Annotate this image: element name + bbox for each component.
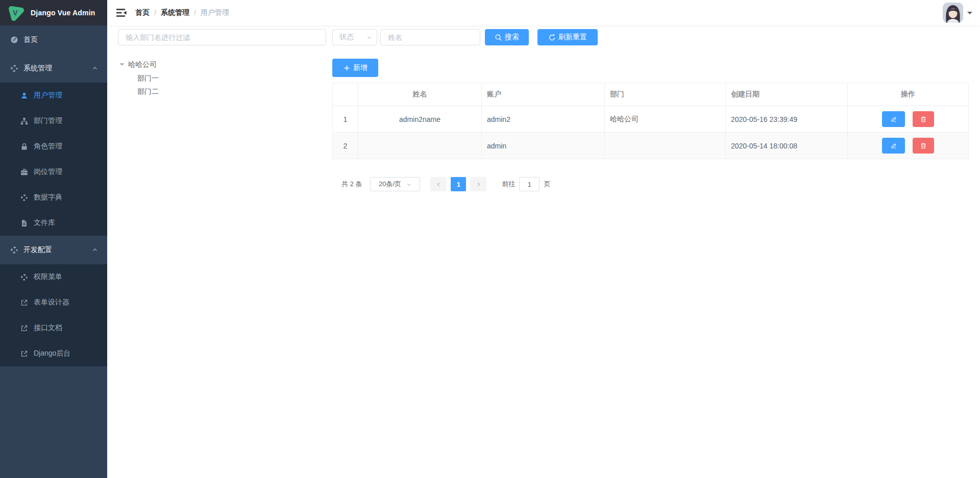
tree-node-root[interactable]: 哈哈公司 bbox=[118, 58, 326, 71]
add-button-label: 新增 bbox=[353, 63, 368, 72]
devconfig-submenu: 权限菜单 表单设计器 接口文档 bbox=[0, 264, 107, 366]
user-table: 姓名 账户 部门 创建日期 操作 1 admin2name admin2 哈哈公 bbox=[332, 83, 969, 159]
tree-node-child[interactable]: 部门一 bbox=[118, 71, 326, 85]
page-content: 哈哈公司 部门一 部门二 状态 bbox=[107, 26, 980, 478]
dept-filter-input[interactable] bbox=[118, 29, 326, 45]
column-header-index bbox=[333, 83, 358, 106]
sidebar-item-label: 角色管理 bbox=[34, 142, 62, 151]
column-header-dept: 部门 bbox=[605, 83, 726, 106]
sidebar-item-label: 首页 bbox=[23, 35, 38, 44]
external-link-icon bbox=[20, 324, 28, 332]
avatar-image bbox=[943, 3, 963, 23]
cell-dept: 哈哈公司 bbox=[605, 106, 726, 133]
sidebar-item-label: 岗位管理 bbox=[34, 167, 62, 177]
user-icon bbox=[20, 92, 28, 99]
table-row: 2 admin 2020-05-14 18:00:08 bbox=[333, 133, 969, 159]
name-filter-input[interactable] bbox=[380, 29, 480, 45]
edit-button[interactable] bbox=[882, 111, 905, 127]
breadcrumb-home[interactable]: 首页 bbox=[135, 8, 150, 17]
pagination: 共 2 条 20条/页 1 bbox=[332, 177, 969, 191]
tree-node-label: 哈哈公司 bbox=[128, 60, 157, 69]
chevron-right-icon bbox=[476, 182, 481, 187]
plus-icon bbox=[343, 64, 351, 72]
sidebar-item-files[interactable]: 文件库 bbox=[0, 210, 107, 236]
sidebar-item-users[interactable]: 用户管理 bbox=[0, 83, 107, 108]
sidebar-item-form-designer[interactable]: 表单设计器 bbox=[0, 290, 107, 315]
vue-logo-icon: V bbox=[7, 4, 24, 21]
search-icon bbox=[495, 34, 502, 41]
sidebar-item-roles[interactable]: 角色管理 bbox=[0, 134, 107, 159]
breadcrumb: 首页 / 系统管理 / 用户管理 bbox=[135, 8, 229, 17]
caret-down-icon bbox=[119, 63, 125, 68]
avatar[interactable] bbox=[943, 3, 963, 23]
sidebar-item-label: 权限菜单 bbox=[34, 272, 62, 282]
column-header-created: 创建日期 bbox=[726, 83, 848, 106]
chevron-up-icon bbox=[92, 247, 98, 253]
next-page-button[interactable] bbox=[470, 177, 486, 191]
sidebar-item-devconfig[interactable]: 开发配置 bbox=[0, 236, 107, 264]
sidebar-item-home[interactable]: 首页 bbox=[0, 26, 107, 54]
logo-bar[interactable]: V Django Vue Admin bbox=[0, 0, 107, 26]
sidebar-item-label: 接口文档 bbox=[34, 323, 62, 333]
sidebar-item-api-docs[interactable]: 接口文档 bbox=[0, 315, 107, 341]
search-button-label: 搜索 bbox=[505, 33, 519, 42]
system-icon bbox=[10, 64, 18, 72]
user-menu[interactable] bbox=[943, 3, 972, 23]
refresh-reset-button[interactable]: 刷新重置 bbox=[537, 29, 598, 45]
page-size-select[interactable]: 20条/页 bbox=[370, 177, 420, 191]
sidebar-item-label: 系统管理 bbox=[23, 64, 52, 73]
pagination-total: 共 2 条 bbox=[341, 180, 362, 189]
chevron-down-icon bbox=[366, 35, 372, 40]
refresh-icon bbox=[548, 34, 556, 41]
table-row: 1 admin2name admin2 哈哈公司 2020-05-16 23:3… bbox=[333, 106, 969, 133]
breadcrumb-separator: / bbox=[194, 9, 196, 17]
breadcrumb-system[interactable]: 系统管理 bbox=[161, 8, 189, 17]
edit-pencil-icon bbox=[890, 116, 897, 123]
cell-dept bbox=[605, 133, 726, 159]
dict-icon bbox=[20, 194, 28, 202]
delete-button[interactable] bbox=[913, 111, 934, 127]
cell-name bbox=[358, 133, 482, 159]
table-header-row: 姓名 账户 部门 创建日期 操作 bbox=[333, 83, 969, 106]
add-button[interactable]: 新增 bbox=[332, 59, 378, 77]
file-icon bbox=[20, 219, 28, 227]
cell-account: admin2 bbox=[482, 106, 605, 133]
page-number-button[interactable]: 1 bbox=[451, 177, 466, 191]
goto-unit-label: 页 bbox=[544, 180, 550, 189]
sidebar-item-django-admin[interactable]: Django后台 bbox=[0, 341, 107, 366]
sidebar-item-posts[interactable]: 岗位管理 bbox=[0, 159, 107, 185]
sidebar-item-label: Django后台 bbox=[34, 349, 70, 358]
column-header-account: 账户 bbox=[482, 83, 605, 106]
delete-button[interactable] bbox=[913, 138, 934, 154]
sidebar-item-label: 表单设计器 bbox=[34, 298, 69, 307]
prev-page-button[interactable] bbox=[430, 177, 447, 191]
main-area: 首页 / 系统管理 / 用户管理 bbox=[107, 0, 980, 478]
tree-node-child[interactable]: 部门二 bbox=[118, 85, 326, 98]
chevron-left-icon bbox=[436, 182, 442, 187]
system-submenu: 用户管理 部门管理 角色管理 bbox=[0, 83, 107, 236]
pagination-goto: 前往 页 bbox=[502, 177, 550, 191]
sidebar: V Django Vue Admin 首页 系统管理 bbox=[0, 0, 107, 478]
status-select[interactable]: 状态 bbox=[332, 29, 377, 45]
dashboard-icon bbox=[10, 36, 18, 44]
department-tree: 哈哈公司 部门一 部门二 bbox=[118, 58, 326, 98]
edit-button[interactable] bbox=[882, 138, 905, 154]
cell-name: admin2name bbox=[358, 106, 482, 133]
sidebar-item-system[interactable]: 系统管理 bbox=[0, 54, 107, 83]
app-title: Django Vue Admin bbox=[31, 9, 95, 17]
sidebar-item-departments[interactable]: 部门管理 bbox=[0, 108, 107, 134]
goto-page-input[interactable] bbox=[519, 177, 540, 191]
filter-toolbar: 状态 搜索 bbox=[332, 29, 969, 45]
sidebar-item-dictionary[interactable]: 数据字典 bbox=[0, 185, 107, 210]
search-button[interactable]: 搜索 bbox=[485, 29, 529, 45]
breadcrumb-current: 用户管理 bbox=[201, 8, 229, 17]
sidebar-item-label: 文件库 bbox=[34, 218, 55, 228]
department-panel: 哈哈公司 部门一 部门二 bbox=[118, 29, 326, 98]
sidebar-item-permission-menu[interactable]: 权限菜单 bbox=[0, 264, 107, 290]
status-select-placeholder: 状态 bbox=[339, 33, 354, 42]
hamburger-icon[interactable] bbox=[116, 8, 127, 17]
external-link-icon bbox=[20, 299, 28, 307]
sidebar-item-label: 开发配置 bbox=[23, 245, 52, 255]
sidebar-item-label: 部门管理 bbox=[34, 116, 62, 125]
column-header-actions: 操作 bbox=[848, 83, 969, 106]
